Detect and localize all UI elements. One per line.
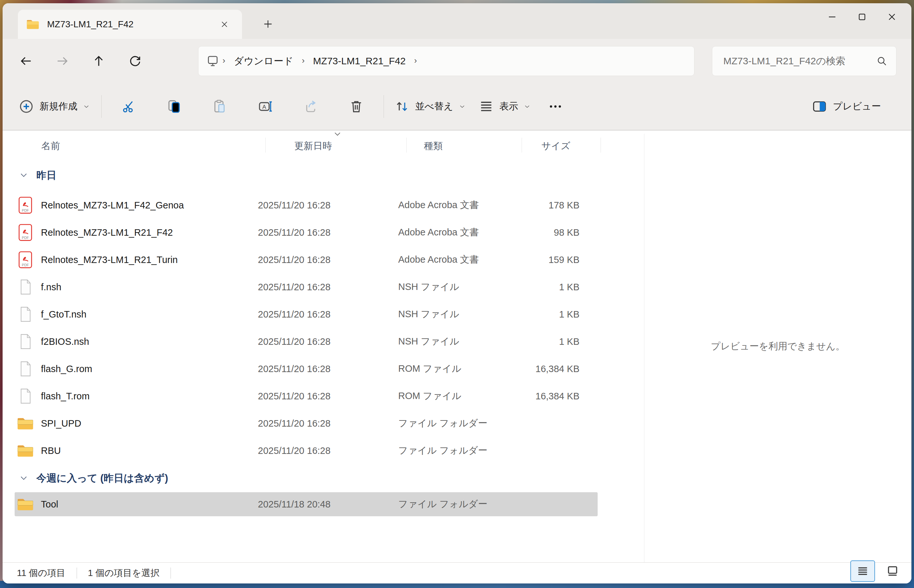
group-collapse-chevron-icon[interactable] — [19, 475, 28, 482]
breadcrumb-downloads[interactable]: ダウンロード — [229, 52, 299, 71]
file-icon — [18, 306, 32, 323]
file-explorer-window: MZ73-LM1_R21_F42 — [3, 3, 911, 583]
item-count: 11 個の項目 — [17, 567, 66, 579]
file-name: flash_G.rom — [41, 363, 92, 374]
view-list-icon — [479, 99, 493, 114]
status-divider — [77, 567, 77, 578]
sort-button-label: 並べ替え — [415, 100, 453, 113]
breadcrumb-current-folder[interactable]: MZ73-LM1_R21_F42 — [308, 53, 411, 69]
back-button[interactable] — [13, 48, 39, 74]
copy-button[interactable] — [152, 90, 197, 123]
forward-button[interactable] — [49, 48, 75, 74]
file-date: 2025/11/20 16:28 — [258, 227, 398, 238]
file-name-cell: PDF RBU — [17, 441, 258, 460]
details-view-button[interactable] — [850, 561, 875, 582]
column-headers: 名前 更新日時 種類 サイズ — [3, 131, 644, 159]
minimize-button[interactable] — [817, 3, 847, 31]
file-size: 16,384 KB — [522, 363, 579, 374]
search-input[interactable]: MZ73-LM1_R21_F42の検索 — [712, 46, 896, 76]
file-row[interactable]: PDF f_GtoT.nsh 2025/11/20 16:28 NSH ファイル… — [3, 300, 644, 328]
file-row[interactable]: PDF RBU 2025/11/20 16:28 ファイル フォルダー — [3, 437, 644, 464]
explorer-tab[interactable]: MZ73-LM1_R21_F42 — [18, 10, 242, 39]
copy-icon — [167, 99, 182, 114]
chevron-down-icon — [523, 103, 531, 110]
file-type: NSH ファイル — [398, 308, 522, 321]
file-row[interactable]: PDF Relnotes_MZ73-LM1_R21_Turin 2025/11/… — [3, 246, 644, 273]
file-name-cell: PDF f2BIOS.nsh — [17, 332, 258, 351]
file-type: ROM ファイル — [398, 389, 522, 402]
column-header-date[interactable]: 更新日時 — [294, 140, 332, 153]
toolbar-divider — [383, 95, 384, 118]
column-divider[interactable] — [600, 138, 601, 153]
chevron-right-icon: › — [411, 55, 420, 66]
preview-toggle-button[interactable]: プレビュー — [806, 90, 891, 123]
file-date: 2025/11/18 20:48 — [258, 499, 398, 510]
sort-arrows-icon — [395, 99, 409, 114]
cut-button[interactable] — [106, 90, 152, 123]
toolbar-divider — [101, 95, 102, 118]
tab-close-icon[interactable] — [215, 15, 233, 34]
paste-button[interactable] — [197, 90, 243, 123]
pdf-file-icon: PDF — [18, 196, 33, 214]
group-header[interactable]: 今週に入って (昨日は含めず) — [3, 464, 644, 492]
titlebar: MZ73-LM1_R21_F42 — [3, 3, 911, 39]
column-divider[interactable] — [406, 138, 407, 153]
file-row[interactable]: PDF flash_G.rom 2025/11/20 16:28 ROM ファイ… — [3, 355, 644, 383]
status-bar: 11 個の項目 1 個の項目を選択 — [3, 562, 911, 583]
maximize-button[interactable] — [847, 3, 877, 31]
file-date: 2025/11/20 16:28 — [258, 309, 398, 320]
file-icon-slot: PDF — [17, 359, 34, 378]
file-name-cell: PDF Relnotes_MZ73-LM1_R21_Turin — [17, 250, 258, 269]
view-button[interactable]: 表示 — [472, 90, 537, 123]
details-view-icon — [856, 565, 869, 578]
file-row[interactable]: PDF Tool 2025/11/18 20:48 ファイル フォルダー — [15, 492, 598, 516]
group-header[interactable]: 昨日 — [3, 159, 644, 192]
file-name-cell: PDF Relnotes_MZ73-LM1_R21_F42 — [17, 223, 258, 242]
file-name-cell: PDF f_GtoT.nsh — [17, 305, 258, 324]
chevron-right-icon: › — [299, 55, 308, 66]
file-date: 2025/11/20 16:28 — [258, 446, 398, 456]
svg-text:PDF: PDF — [22, 263, 29, 267]
large-icons-view-icon — [886, 565, 899, 578]
folder-icon — [17, 497, 34, 511]
file-icon-slot: PDF — [17, 332, 34, 351]
group-collapse-chevron-icon[interactable] — [19, 172, 28, 179]
sort-direction-icon — [333, 131, 342, 138]
file-row[interactable]: PDF SPI_UPD 2025/11/20 16:28 ファイル フォルダー — [3, 410, 644, 437]
file-date: 2025/11/20 16:28 — [258, 255, 398, 265]
share-button[interactable] — [288, 90, 333, 123]
file-icon — [18, 333, 32, 350]
new-tab-button[interactable] — [257, 14, 279, 34]
file-icon-slot: PDF — [17, 495, 34, 514]
more-options-button[interactable] — [537, 90, 573, 123]
up-button[interactable] — [86, 48, 112, 74]
column-header-name[interactable]: 名前 — [41, 140, 60, 153]
large-icons-view-button[interactable] — [880, 561, 905, 582]
column-header-type[interactable]: 種類 — [424, 140, 443, 153]
file-row[interactable]: PDF Relnotes_MZ73-LM1_F42_Genoa 2025/11/… — [3, 192, 644, 219]
sort-button[interactable]: 並べ替え — [388, 90, 472, 123]
new-button[interactable]: 新規作成 — [12, 90, 97, 123]
column-divider[interactable] — [522, 138, 522, 153]
file-name-cell: PDF Relnotes_MZ73-LM1_F42_Genoa — [17, 196, 258, 215]
this-pc-monitor-icon — [206, 55, 219, 68]
group-label: 昨日 — [36, 168, 57, 182]
rename-button[interactable]: A — [243, 90, 288, 123]
file-row[interactable]: PDF f2BIOS.nsh 2025/11/20 16:28 NSH ファイル… — [3, 328, 644, 355]
column-header-size[interactable]: サイズ — [542, 140, 570, 153]
file-row[interactable]: PDF Relnotes_MZ73-LM1_R21_F42 2025/11/20… — [3, 219, 644, 246]
file-row[interactable]: PDF f.nsh 2025/11/20 16:28 NSH ファイル 1 KB — [3, 273, 644, 300]
preview-pane: プレビューを利用できません。 — [644, 131, 911, 562]
plus-circle-icon — [19, 99, 34, 114]
file-name-cell: PDF Tool — [17, 495, 258, 514]
file-icon-slot: PDF — [17, 387, 34, 405]
file-icon-slot: PDF — [17, 250, 34, 269]
close-button[interactable] — [877, 3, 907, 31]
ellipsis-icon — [548, 99, 563, 114]
file-row[interactable]: PDF flash_T.rom 2025/11/20 16:28 ROM ファイ… — [3, 383, 644, 410]
refresh-button[interactable] — [122, 48, 148, 74]
column-divider[interactable] — [265, 138, 266, 153]
delete-button[interactable] — [333, 90, 379, 123]
breadcrumb[interactable]: › ダウンロード › MZ73-LM1_R21_F42 › — [198, 46, 694, 76]
file-icon-slot: PDF — [17, 414, 34, 433]
